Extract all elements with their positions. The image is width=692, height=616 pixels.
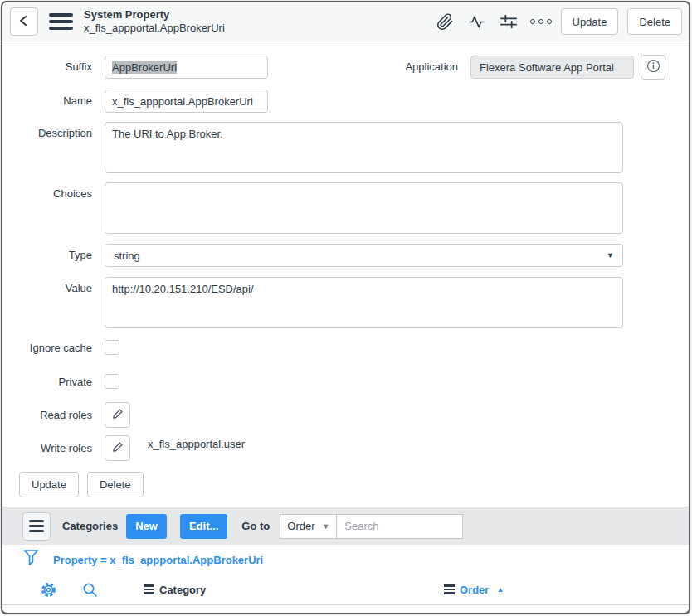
private-label: Private [2, 374, 105, 388]
write-roles-value: x_fls_appportal.user [148, 435, 245, 450]
private-checkbox[interactable] [105, 374, 119, 389]
header-actions: Update Delete [424, 8, 683, 35]
choices-label: Choices [2, 182, 105, 200]
type-selected-value: string [114, 250, 140, 262]
record-title-block: System Property x_fls_appportal.AppBroke… [84, 8, 225, 34]
sort-ascending-icon: ▲ [496, 585, 504, 594]
suffix-input[interactable]: AppBrokerUri [105, 56, 268, 79]
value-label: Value [2, 277, 105, 294]
info-icon [646, 59, 660, 75]
context-menu-icon[interactable] [49, 13, 73, 30]
column-menu-icon[interactable] [144, 584, 154, 594]
list-personalize-gear-icon[interactable] [40, 581, 57, 599]
select-arrow-icon: ▼ [322, 522, 329, 531]
read-roles-edit-button[interactable] [105, 402, 130, 428]
column-header-order[interactable]: Order ▲ [444, 575, 504, 604]
filter-breadcrumb[interactable]: Property = x_fls_appportal.AppBrokerUri [53, 554, 263, 566]
suffix-value: AppBrokerUri [112, 61, 177, 74]
pencil-icon [112, 408, 124, 422]
related-list-title: Categories [62, 520, 118, 532]
name-label: Name [2, 90, 105, 107]
application-field: Flexera Software App Portal [470, 56, 634, 79]
chevron-left-icon [17, 14, 31, 30]
delete-button-header[interactable]: Delete [627, 8, 682, 35]
column-header-category[interactable]: Category [144, 584, 206, 596]
choices-textarea[interactable] [105, 182, 623, 234]
filter-funnel-icon[interactable] [23, 549, 39, 570]
value-textarea[interactable]: http://10.20.151.210/ESD/api/ [105, 277, 623, 328]
page-title: System Property [84, 8, 225, 22]
goto-selected-value: Order [287, 520, 314, 532]
personalize-form-icon[interactable] [499, 12, 519, 32]
system-property-window: System Property x_fls_appportal.AppBroke… [1, 1, 690, 614]
categories-toolbar: Categories New Edit... Go to Order ▼ [2, 507, 689, 545]
more-options-icon[interactable] [530, 19, 552, 24]
list-context-menu-button[interactable] [22, 512, 51, 541]
column-label-category: Category [159, 584, 206, 596]
description-textarea[interactable]: The URI to App Broker. [105, 122, 623, 173]
read-roles-label: Read roles [2, 402, 105, 421]
application-info-button[interactable] [641, 55, 665, 80]
suffix-label: Suffix [2, 56, 105, 73]
write-roles-edit-button[interactable] [105, 435, 130, 461]
form-footer-buttons: Update Delete [19, 472, 689, 497]
type-label: Type [2, 244, 105, 261]
update-button[interactable]: Update [19, 472, 79, 497]
goto-field-select[interactable]: Order ▼ [280, 514, 337, 539]
form-header: System Property x_fls_appportal.AppBroke… [2, 2, 689, 41]
application-label: Application [379, 56, 470, 73]
column-menu-icon[interactable] [444, 584, 455, 594]
application-group: Application Flexera Software App Portal [379, 56, 665, 80]
attachment-icon[interactable] [436, 12, 456, 32]
pencil-icon [112, 441, 124, 455]
delete-button[interactable]: Delete [87, 472, 144, 497]
new-button[interactable]: New [126, 514, 167, 539]
activity-icon[interactable] [467, 12, 487, 32]
hamburger-icon [29, 520, 44, 532]
list-column-header-row: Category Order ▲ [2, 575, 689, 605]
system-property-form: Suffix AppBrokerUri Application Flexera … [2, 41, 689, 497]
edit-button[interactable]: Edit... [180, 514, 227, 539]
description-label: Description [2, 122, 105, 139]
list-search-input[interactable] [337, 514, 463, 539]
goto-label: Go to [241, 520, 270, 532]
select-arrow-icon: ▼ [607, 251, 614, 259]
write-roles-label: Write roles [2, 435, 105, 454]
name-input[interactable] [105, 90, 268, 113]
list-search-icon[interactable] [82, 582, 98, 598]
ignore-cache-label: Ignore cache [2, 340, 105, 354]
type-select[interactable]: string ▼ [105, 244, 623, 267]
ignore-cache-checkbox[interactable] [105, 340, 119, 355]
back-button[interactable] [10, 7, 38, 36]
update-button-header[interactable]: Update [561, 8, 619, 35]
list-filter-row: Property = x_fls_appportal.AppBrokerUri [2, 545, 689, 575]
record-subtitle: x_fls_appportal.AppBrokerUri [84, 22, 225, 35]
column-label-order: Order [460, 584, 489, 596]
